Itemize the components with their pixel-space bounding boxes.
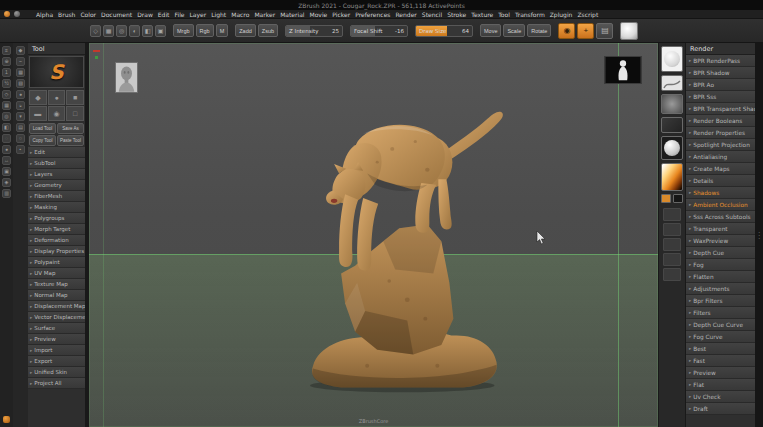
frame-toggle-icon[interactable]: ▣ <box>2 167 11 176</box>
paint-mode-button[interactable]: Rgb <box>196 24 214 37</box>
texture-palette-icon[interactable]: ▨ <box>16 79 25 88</box>
tool-subpalette[interactable]: ▸ Geometry <box>28 180 85 191</box>
menu-item[interactable]: Macro <box>231 11 249 18</box>
persp-icon[interactable]: ◇ <box>90 25 101 37</box>
head-reference-thumbnail[interactable] <box>115 62 138 93</box>
tool-swatch-sphere[interactable]: ● <box>48 90 66 105</box>
menu-item[interactable]: Document <box>101 11 132 18</box>
tool-subpalette[interactable]: ▸ Preview <box>28 334 85 345</box>
menu-item[interactable]: Alpha <box>36 11 53 18</box>
draw-button[interactable]: ◉ <box>558 23 575 39</box>
render-option[interactable]: ▸ Details <box>686 175 755 187</box>
menu-item[interactable]: Zplugin <box>550 11 573 18</box>
menu-item[interactable]: Color <box>80 11 96 18</box>
render-palette-title[interactable]: Render <box>686 43 755 55</box>
render-option[interactable]: ▸ Flat <box>686 379 755 391</box>
tool-swatch-cylinder[interactable]: ▬ <box>29 106 47 121</box>
sculpt-mode-button[interactable]: Zadd <box>235 24 256 37</box>
render-option[interactable]: ▸ Antialiasing <box>686 151 755 163</box>
render-option[interactable]: ▸ Render Booleans <box>686 115 755 127</box>
tool-subpalette[interactable]: ▸ Morph Target <box>28 224 85 235</box>
tool-subpalette[interactable]: ▸ Unified Skin <box>28 367 85 378</box>
render-option[interactable]: ▸ BPR Transparent Shading <box>686 103 755 115</box>
tool-subpalette[interactable]: ▸ Edit <box>28 147 85 158</box>
stroke-thumbnail[interactable] <box>661 75 683 91</box>
render-option[interactable]: ▸ Render Properties <box>686 127 755 139</box>
zoom-icon[interactable]: ⊕ <box>2 57 11 66</box>
render-option[interactable]: ▸ Depth Cue Curve <box>686 319 755 331</box>
menu-item[interactable]: File <box>174 11 184 18</box>
material-preset-thumb[interactable] <box>663 208 681 221</box>
material-thumbnail[interactable] <box>661 136 683 160</box>
material-preset-thumb[interactable] <box>663 253 681 266</box>
floor-icon[interactable]: ▦ <box>103 25 114 37</box>
render-option[interactable]: ▸ Best <box>686 343 755 355</box>
xpose-icon[interactable]: ↔ <box>2 156 11 165</box>
viewport-canvas[interactable]: ZBrushCore <box>89 43 658 427</box>
secondary-color-swatch[interactable] <box>673 194 683 203</box>
render-option[interactable]: ▸ BPR Sss <box>686 91 755 103</box>
material-preset-thumb[interactable] <box>663 238 681 251</box>
render-option[interactable]: ▸ Fog Curve <box>686 331 755 343</box>
tool-subpalette[interactable]: ▸ Texture Map <box>28 279 85 290</box>
material-preset-thumb[interactable] <box>663 268 681 281</box>
render-option[interactable]: ▸ Transparent <box>686 223 755 235</box>
render-option[interactable]: ▸ Adjustments <box>686 283 755 295</box>
tool-subpalette[interactable]: ▸ Layers <box>28 169 85 180</box>
menu-item[interactable]: Material <box>280 11 304 18</box>
color-picker-icon[interactable]: ◒ <box>16 101 25 110</box>
zbrush-badge-icon[interactable] <box>3 416 10 423</box>
tool-subpalette[interactable]: ▸ Polypaint <box>28 257 85 268</box>
tool-action-button[interactable]: Paste Tool <box>57 135 84 146</box>
tool-subpalette[interactable]: ▸ Normal Map <box>28 290 85 301</box>
render-option[interactable]: ▸ BPR Shadow <box>686 67 755 79</box>
gradient-icon[interactable]: ▾ <box>16 112 25 121</box>
tool-subpalette[interactable]: ▸ Deformation <box>28 235 85 246</box>
local-transform-icon[interactable]: ◎ <box>2 112 11 121</box>
tool-action-button[interactable]: Load Tool <box>29 123 56 134</box>
tool-subpalette[interactable]: ▸ Polygroups <box>28 213 85 224</box>
tool-subpalette[interactable]: ▸ SubTool <box>28 158 85 169</box>
render-option[interactable]: ▸ Ambient Occlusion <box>686 199 755 211</box>
transform-button[interactable]: Scale <box>503 24 525 37</box>
history-icon[interactable]: ○ <box>16 134 25 143</box>
menu-item[interactable]: Render <box>395 11 416 18</box>
alpha-palette-icon[interactable]: ▩ <box>16 68 25 77</box>
tray-divider-right[interactable]: ⋮ <box>755 43 763 427</box>
texture-selector-thumbnail[interactable] <box>661 117 683 133</box>
tool-subpalette[interactable]: ▸ Surface <box>28 323 85 334</box>
persp-toggle-icon[interactable]: ◇ <box>2 90 11 99</box>
edit-button[interactable]: + <box>577 23 594 39</box>
tool-subpalette[interactable]: ▸ Vector Displacement <box>28 312 85 323</box>
material-preset-thumb[interactable] <box>663 223 681 236</box>
transform-button[interactable]: Move <box>480 24 501 37</box>
render-option[interactable]: ▸ Flatten <box>686 271 755 283</box>
lightbox-button[interactable]: ▤ <box>596 23 613 39</box>
tool-subpalette[interactable]: ▸ Display Properties <box>28 246 85 257</box>
menu-item[interactable]: Transform <box>515 11 545 18</box>
render-option[interactable]: ▸ Bpr Filters <box>686 295 755 307</box>
transform-button[interactable]: Rotate <box>527 24 551 37</box>
ghost-toggle-icon[interactable]: ◌ <box>2 134 11 143</box>
tool-subpalette[interactable]: ▸ Displacement Map <box>28 301 85 312</box>
frame-icon[interactable]: ▣ <box>155 25 166 37</box>
menu-item[interactable]: Layer <box>190 11 207 18</box>
tool-subpalette[interactable]: ▸ Import <box>28 345 85 356</box>
tool-subpalette[interactable]: ▸ Export <box>28 356 85 367</box>
render-option[interactable]: ▸ Filters <box>686 307 755 319</box>
transparency-toggle-icon[interactable]: ◧ <box>2 123 11 132</box>
tool-swatch-cube[interactable]: ■ <box>66 90 84 105</box>
alpha-selector-thumbnail[interactable] <box>661 94 683 114</box>
material-palette-icon[interactable]: ● <box>16 90 25 99</box>
brush-preview-thumbnail[interactable] <box>620 22 638 40</box>
menu-item[interactable]: Movie <box>310 11 328 18</box>
menu-item[interactable]: Brush <box>58 11 75 18</box>
sculpt-mode-button[interactable]: Zsub <box>258 24 278 37</box>
render-option[interactable]: ▸ Spotlight Projection <box>686 139 755 151</box>
preferences-icon[interactable]: ▪ <box>16 145 25 154</box>
lsym-icon[interactable]: ◐ <box>129 25 140 37</box>
z-intensity-slider[interactable]: Z Intensity 25 <box>285 25 343 37</box>
paint-mode-button[interactable]: Mrgb <box>173 24 194 37</box>
menu-item[interactable]: Stencil <box>422 11 442 18</box>
render-option[interactable]: ▸ Depth Cue <box>686 247 755 259</box>
